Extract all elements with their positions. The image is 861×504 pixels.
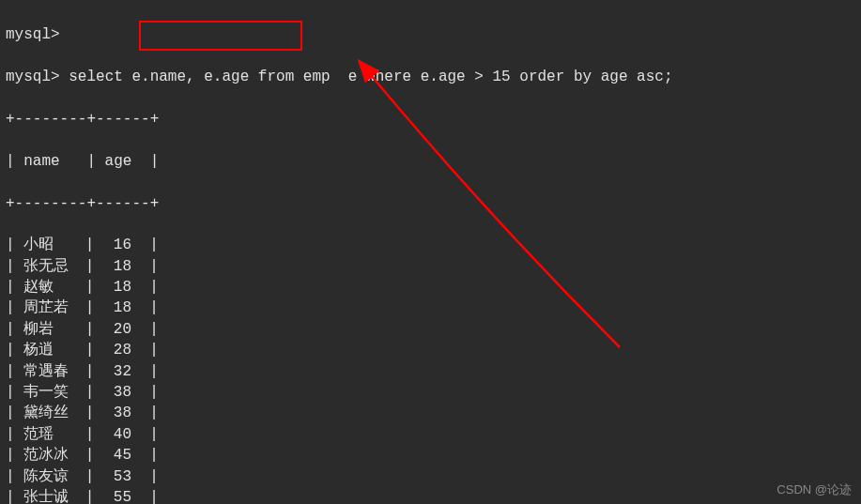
cell-name: 小昭	[23, 235, 76, 255]
sql-query: select e.name, e.age from emp e where e.…	[69, 69, 672, 85]
cell-age: 40	[103, 424, 131, 445]
terminal-output: mysql> mysql> select e.name, e.age from …	[0, 0, 861, 504]
prompt-text: mysql>	[6, 69, 60, 85]
cell-age: 28	[103, 340, 131, 360]
cell-name: 陈友谅	[23, 466, 76, 487]
cell-age: 18	[103, 277, 131, 298]
prompt-line-empty: mysql>	[6, 24, 855, 45]
table-row: | 常遇春 | 32 |	[6, 361, 855, 382]
query-line: mysql> select e.name, e.age from emp e w…	[6, 67, 855, 87]
cell-name: 张士诚	[23, 487, 76, 504]
cell-name: 黛绮丝	[23, 403, 76, 423]
table-row: | 柳岩 | 20 |	[6, 319, 855, 340]
cell-name: 柳岩	[23, 319, 76, 340]
table-row: | 范瑶 | 40 |	[6, 424, 855, 445]
cell-name: 韦一笑	[23, 382, 76, 403]
cell-name: 常遇春	[23, 361, 76, 382]
table-border-top: +--------+------+	[6, 109, 855, 130]
watermark-text: CSDN @论迹	[776, 481, 852, 498]
table-row: | 黛绮丝 | 38 |	[6, 403, 855, 423]
cell-age: 16	[103, 235, 131, 255]
cell-age: 38	[103, 403, 131, 423]
table-row: | 范冰冰 | 45 |	[6, 445, 855, 466]
cell-name: 范瑶	[23, 424, 76, 445]
table-row: | 张无忌 | 18 |	[6, 256, 855, 277]
cell-name: 周芷若	[23, 298, 76, 318]
cell-name: 范冰冰	[23, 445, 76, 466]
cell-name: 张无忌	[23, 256, 76, 277]
table-row: | 陈友谅 | 53 |	[6, 466, 855, 487]
table-row: | 小昭 | 16 |	[6, 235, 855, 255]
table-row: | 周芷若 | 18 |	[6, 298, 855, 318]
cell-age: 45	[103, 445, 131, 466]
cell-age: 53	[103, 466, 131, 487]
cell-name: 赵敏	[23, 277, 76, 298]
cell-age: 20	[103, 319, 131, 340]
cell-age: 32	[103, 361, 131, 382]
table-border-mid: +--------+------+	[6, 193, 855, 214]
table-row: | 杨逍 | 28 |	[6, 340, 855, 360]
cell-age: 55	[103, 487, 131, 504]
cell-age: 38	[103, 382, 131, 403]
table-row: | 张士诚 | 55 |	[6, 487, 855, 504]
table-header-row: | name | age |	[6, 151, 855, 172]
table-row: | 韦一笑 | 38 |	[6, 382, 855, 403]
table-row: | 赵敏 | 18 |	[6, 277, 855, 298]
cell-name: 杨逍	[23, 340, 76, 360]
cell-age: 18	[103, 256, 131, 277]
cell-age: 18	[103, 298, 131, 318]
